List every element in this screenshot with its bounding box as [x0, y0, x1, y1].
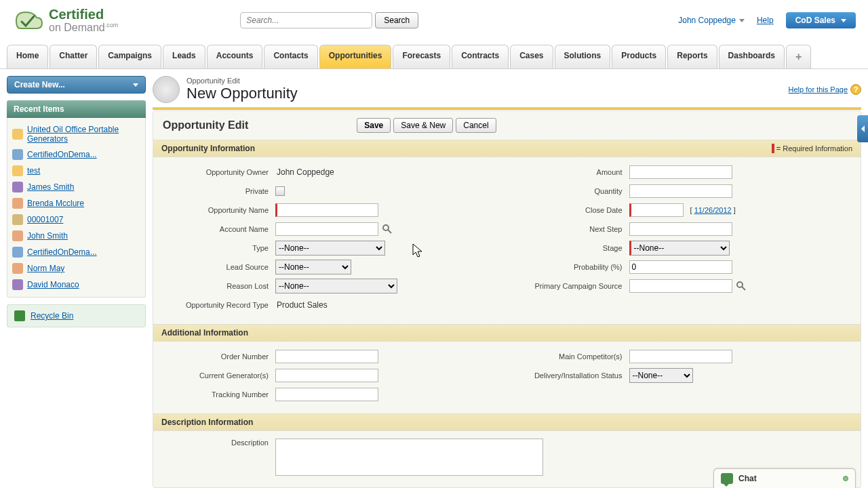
- tab-cases[interactable]: Cases: [510, 45, 553, 68]
- recent-item[interactable]: CertifiedOnDema...: [10, 244, 142, 260]
- logo[interactable]: Certified on Demand.com: [12, 7, 118, 34]
- recent-item[interactable]: CertifiedOnDema...: [10, 146, 142, 163]
- section-header: Description Information: [161, 418, 253, 427]
- private-checkbox[interactable]: [275, 186, 285, 196]
- campaign-lookup-icon[interactable]: [735, 280, 747, 292]
- tab-contracts[interactable]: Contracts: [452, 45, 509, 68]
- tab-add[interactable]: +: [786, 45, 811, 68]
- tab-bar: HomeChatterCampaignsLeadsAccountsContact…: [0, 45, 868, 69]
- accent-bar: [153, 107, 861, 110]
- help-icon[interactable]: ?: [850, 84, 861, 95]
- tab-opportunities[interactable]: Opportunities: [319, 45, 392, 68]
- block-title: Opportunity Edit: [163, 119, 248, 131]
- recent-item[interactable]: United Oil Office Portable Generators: [10, 122, 142, 146]
- tab-products[interactable]: Products: [612, 45, 666, 68]
- label-current-generators: Current Generator(s): [153, 371, 275, 380]
- save-button[interactable]: Save: [357, 118, 391, 133]
- label-tracking: Tracking Number: [153, 390, 275, 399]
- opportunity-name-input[interactable]: [275, 203, 378, 217]
- chat-dock[interactable]: Chat: [713, 468, 856, 488]
- user-menu[interactable]: John Coppedge: [678, 16, 745, 25]
- stage-select[interactable]: --None--: [629, 241, 730, 256]
- tab-reports[interactable]: Reports: [667, 45, 717, 68]
- label-competitor: Main Competitor(s): [507, 352, 629, 361]
- lead-icon: [12, 230, 23, 241]
- label-campaign: Primary Campaign Source: [507, 282, 629, 290]
- tab-solutions[interactable]: Solutions: [555, 45, 611, 68]
- probability-input[interactable]: [629, 260, 732, 274]
- tab-accounts[interactable]: Accounts: [207, 45, 263, 68]
- help-for-page-link[interactable]: Help for this Page: [789, 85, 848, 94]
- sidebar-collapser[interactable]: [857, 115, 868, 142]
- user-name: John Coppedge: [678, 16, 736, 25]
- chat-label: Chat: [738, 474, 757, 483]
- recent-item[interactable]: John Smith: [10, 228, 142, 244]
- close-date-today-link[interactable]: 11/26/2012: [694, 206, 732, 214]
- case-icon: [12, 214, 23, 225]
- label-description: Description: [153, 439, 275, 447]
- recent-item[interactable]: test: [10, 163, 142, 179]
- quantity-input[interactable]: [629, 184, 732, 198]
- next-step-input[interactable]: [629, 222, 732, 236]
- tab-dashboards[interactable]: Dashboards: [719, 45, 785, 68]
- recent-item[interactable]: Norm May: [10, 260, 142, 277]
- svg-line-3: [742, 287, 745, 290]
- chevron-down-icon: [841, 19, 846, 22]
- label-lead-source: Lead Source: [153, 263, 275, 271]
- svg-point-0: [383, 225, 389, 230]
- chat-status-icon: [843, 476, 848, 481]
- recent-item[interactable]: James Smith: [10, 179, 142, 195]
- label-reason-lost: Reason Lost: [153, 282, 275, 290]
- save-and-new-button[interactable]: Save & New: [393, 118, 453, 133]
- cont-icon: [12, 279, 23, 290]
- amount-input[interactable]: [629, 165, 732, 179]
- label-next-step: Next Step: [507, 225, 629, 233]
- campaign-input[interactable]: [629, 279, 732, 293]
- recent-item[interactable]: 00001007: [10, 211, 142, 228]
- main-competitors-input[interactable]: [629, 350, 732, 363]
- tab-leads[interactable]: Leads: [163, 45, 205, 68]
- tab-campaigns[interactable]: Campaigns: [98, 45, 161, 68]
- type-select[interactable]: --None--: [275, 241, 385, 256]
- label-account: Account Name: [153, 225, 275, 233]
- required-note: = Required Information: [772, 144, 852, 153]
- svg-line-1: [388, 230, 391, 233]
- tab-chatter[interactable]: Chatter: [50, 45, 97, 68]
- tracking-number-input[interactable]: [275, 388, 378, 401]
- recent-item[interactable]: Brenda Mcclure: [10, 195, 142, 211]
- section-header: Additional Information: [161, 328, 248, 338]
- label-record-type: Opportunity Record Type: [153, 301, 275, 309]
- recycle-bin[interactable]: Recycle Bin: [7, 304, 146, 327]
- cancel-button[interactable]: Cancel: [456, 118, 496, 133]
- tab-contacts[interactable]: Contacts: [264, 45, 317, 68]
- label-close-date: Close Date: [507, 206, 629, 214]
- search-button[interactable]: Search: [375, 12, 418, 28]
- label-type: Type: [153, 244, 275, 252]
- tab-home[interactable]: Home: [7, 45, 48, 68]
- account-name-input[interactable]: [275, 222, 378, 236]
- cont-icon: [12, 182, 23, 192]
- recent-item[interactable]: David Monaco: [10, 277, 142, 293]
- current-generators-input[interactable]: [275, 369, 378, 382]
- svg-point-2: [737, 282, 743, 287]
- help-link[interactable]: Help: [757, 16, 774, 25]
- breadcrumb: Opportunity Edit: [186, 77, 298, 85]
- account-lookup-icon[interactable]: [381, 223, 393, 235]
- label-private: Private: [153, 187, 275, 195]
- opportunity-icon: [153, 76, 180, 103]
- lead-source-select[interactable]: --None--: [275, 260, 351, 274]
- reason-lost-select[interactable]: --None--: [275, 279, 397, 293]
- label-order-number: Order Number: [153, 352, 275, 361]
- app-switcher[interactable]: CoD Sales: [786, 12, 856, 28]
- description-textarea[interactable]: [275, 439, 543, 476]
- delivery-status-select[interactable]: --None--: [629, 368, 693, 383]
- create-new-menu[interactable]: Create New...: [7, 76, 146, 94]
- logo-icon: [12, 7, 45, 34]
- close-date-input[interactable]: [629, 203, 684, 217]
- tab-forecasts[interactable]: Forecasts: [393, 45, 450, 68]
- order-number-input[interactable]: [275, 350, 378, 363]
- trash-icon: [14, 310, 25, 321]
- label-amount: Amount: [507, 168, 629, 176]
- search-input[interactable]: [240, 12, 372, 28]
- acc-icon: [12, 149, 23, 160]
